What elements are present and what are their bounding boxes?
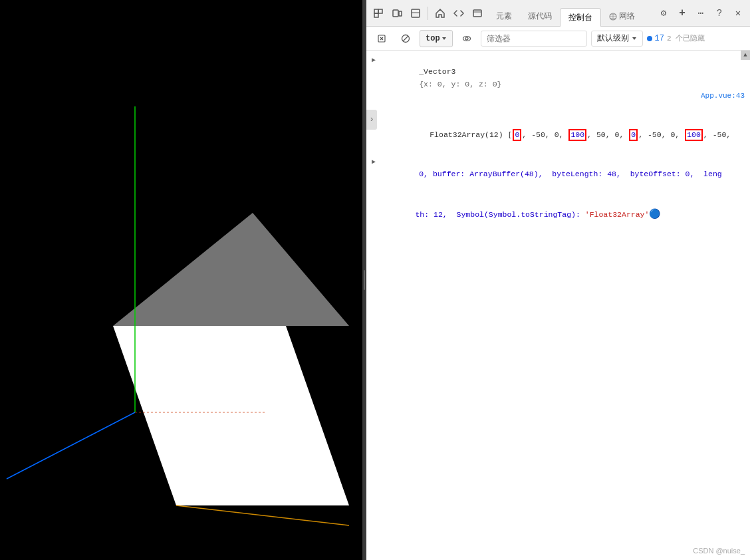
svg-line-19 xyxy=(403,36,408,41)
tab-sources-code[interactable]: 源代码 xyxy=(520,7,560,27)
svg-rect-14 xyxy=(473,10,481,17)
devtools-toolbar: 元素 源代码 控制台 网络 ⚙ + ⋯ ? ✕ xyxy=(366,0,750,27)
tab-network[interactable]: 网络 xyxy=(601,7,643,27)
filter-input[interactable] xyxy=(481,31,587,47)
log-entry-buffer-continued: th: 12, Symbol(Symbol.toStringTag): 'Flo… xyxy=(366,194,750,234)
log-entry-buffer: ▶ 0, buffer: ArrayBuffer(48), byteLength… xyxy=(366,155,750,194)
element-picker-icon[interactable] xyxy=(370,5,386,21)
svg-rect-11 xyxy=(399,11,402,16)
badge-dot xyxy=(647,36,652,41)
settings-icon[interactable]: ⚙ xyxy=(656,5,672,21)
add-tab-icon[interactable]: + xyxy=(674,5,690,21)
highlight-100-1: 100 xyxy=(568,129,586,141)
console-empty-space xyxy=(366,234,750,500)
sidebar-chevron-icon: › xyxy=(369,115,374,124)
context-dropdown[interactable]: top xyxy=(420,30,453,47)
scroll-up-arrow[interactable]: ▲ xyxy=(741,51,750,60)
3d-viewport xyxy=(0,0,362,560)
more-panels-icon[interactable] xyxy=(408,5,424,21)
expand-buffer[interactable]: ▶ xyxy=(372,157,376,168)
more-options-icon[interactable]: ⋯ xyxy=(693,5,709,21)
svg-rect-12 xyxy=(412,9,420,17)
highlight-0-2: 0 xyxy=(629,129,638,141)
highlight-100-2: 100 xyxy=(685,129,703,141)
separator-1 xyxy=(428,7,428,20)
log-entry-float32array: Float32Array(12) [0, -50, 0, 100, 50, 0,… xyxy=(366,116,750,155)
tab-console[interactable]: 控制台 xyxy=(560,8,601,28)
device-toggle-icon[interactable] xyxy=(389,5,405,21)
prohibit-button[interactable] xyxy=(396,31,416,47)
sidebar-arrow[interactable]: › xyxy=(366,110,377,130)
console-output: ▶ _Vector3 {x: 0, y: 0, z: 0} App.vue:43… xyxy=(366,51,750,560)
clear-console-button[interactable] xyxy=(372,31,392,47)
eye-button[interactable] xyxy=(457,31,477,47)
devtools-panel: 元素 源代码 控制台 网络 ⚙ + ⋯ ? ✕ xyxy=(366,0,750,560)
close-devtools-icon[interactable]: ✕ xyxy=(730,5,746,21)
file-link-vector3[interactable]: App.vue:43 xyxy=(701,90,745,102)
log-level-dropdown[interactable]: 默认级别 xyxy=(591,31,643,47)
log-entry-vector3: ▶ _Vector3 {x: 0, y: 0, z: 0} App.vue:43 xyxy=(366,53,750,116)
window-icon[interactable] xyxy=(469,5,485,21)
watermark: CSDN @nuise_ xyxy=(693,547,745,555)
home-icon[interactable] xyxy=(432,5,448,21)
expand-vector3[interactable]: ▶ xyxy=(372,55,376,66)
code-icon[interactable] xyxy=(451,5,467,21)
svg-rect-10 xyxy=(393,10,398,17)
message-count: 17 2 个已隐藏 xyxy=(647,33,705,43)
console-toolbar: top 默认级别 17 2 个已隐藏 xyxy=(366,27,750,51)
svg-rect-9 xyxy=(374,13,378,17)
svg-rect-8 xyxy=(378,9,382,13)
help-icon[interactable]: ? xyxy=(711,5,727,21)
tab-elements[interactable]: 元素 xyxy=(488,7,520,27)
svg-rect-7 xyxy=(374,9,378,13)
svg-point-21 xyxy=(465,37,468,40)
highlight-0: 0 xyxy=(513,129,521,141)
